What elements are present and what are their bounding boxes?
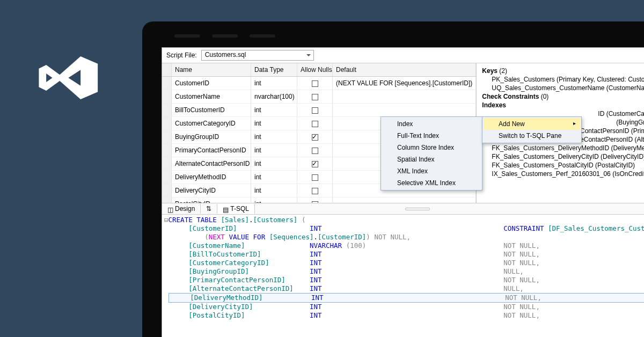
indexes-label: Indexes: [482, 101, 506, 109]
menu-item[interactable]: Full-Text Index: [382, 130, 481, 142]
tab-design-label: Design: [175, 205, 195, 213]
checkbox-icon[interactable]: [312, 161, 318, 167]
table-row[interactable]: CustomerNamenvarchar(100): [162, 90, 476, 104]
menu-item[interactable]: Selective XML Index: [382, 177, 481, 189]
keys-count: (2): [499, 67, 507, 75]
tab-design[interactable]: ◫ Design: [162, 204, 201, 214]
cell-default[interactable]: [333, 90, 476, 103]
cell-allownulls[interactable]: [297, 90, 333, 103]
context-menu: Add NewSwitch to T-SQL Pane: [482, 116, 582, 143]
index-type-menu: IndexFull-Text IndexColumn Store IndexSp…: [380, 116, 482, 191]
cell-allownulls[interactable]: [297, 117, 333, 130]
checks-label: Check Constraints: [482, 93, 539, 100]
cell-default[interactable]: [333, 104, 476, 116]
table-row[interactable]: CustomerIDint(NEXT VALUE FOR [Sequences]…: [162, 77, 476, 90]
menu-item[interactable]: Spatial Index: [382, 153, 481, 165]
checkbox-icon[interactable]: [312, 94, 318, 100]
tab-tsql[interactable]: ▤ T-SQL: [217, 204, 255, 214]
cell-allownulls[interactable]: [297, 104, 333, 116]
header-default[interactable]: Default: [333, 63, 476, 76]
cell-name[interactable]: CustomerCategoryID: [172, 117, 251, 130]
cell-default[interactable]: (NEXT VALUE FOR [Sequences].[CustomerID]…: [333, 77, 476, 90]
cell-default[interactable]: [333, 197, 476, 203]
checkbox-icon[interactable]: [312, 80, 318, 87]
script-file-label: Script File:: [166, 52, 197, 59]
index-item[interactable]: IX_Sales_Customers_Perf_20160301_06 (IsO…: [482, 170, 644, 178]
checks-count: (0): [541, 93, 549, 100]
tab-swap[interactable]: ⇅: [201, 204, 217, 214]
menu-item[interactable]: Index: [382, 118, 481, 130]
swap-icon: ⇅: [206, 205, 211, 213]
checkbox-icon[interactable]: [312, 107, 318, 114]
tab-strip: ◫ Design ⇅ ▤ T-SQL: [162, 203, 644, 215]
cell-name[interactable]: CustomerName: [172, 90, 251, 103]
cell-allownulls[interactable]: [297, 184, 333, 197]
grid-header: Name Data Type Allow Nulls Default: [162, 63, 476, 77]
cell-datatype[interactable]: nvarchar(100): [251, 90, 297, 103]
app-window: Script File: Customers.sql Name Data Typ…: [162, 47, 644, 337]
keys-label: Keys: [482, 67, 497, 75]
cell-name[interactable]: DeliveryCityID: [172, 184, 251, 197]
cell-datatype[interactable]: int: [251, 117, 297, 130]
visual-studio-logo-icon: [35, 56, 99, 99]
cell-name[interactable]: PostalCityID: [172, 197, 251, 203]
table-row[interactable]: PostalCityIDint: [162, 197, 476, 203]
cell-allownulls[interactable]: [297, 171, 333, 184]
design-icon: ◫: [167, 206, 173, 211]
sql-icon: ▤: [223, 206, 228, 211]
menu-item[interactable]: XML Index: [382, 165, 481, 177]
header-datatype[interactable]: Data Type: [251, 63, 297, 76]
script-file-row: Script File: Customers.sql: [162, 48, 644, 63]
menu-item[interactable]: Column Store Index: [382, 142, 481, 153]
tab-tsql-label: T-SQL: [230, 205, 249, 213]
pane-handle-icon[interactable]: [405, 208, 430, 210]
index-item[interactable]: FK_Sales_Customers_DeliveryCityID (Deliv…: [482, 152, 644, 161]
header-allownulls[interactable]: Allow Nulls: [297, 63, 333, 76]
checkbox-icon[interactable]: [312, 134, 318, 141]
cell-allownulls[interactable]: [297, 197, 333, 203]
cell-allownulls[interactable]: [297, 77, 333, 90]
checkbox-icon[interactable]: [312, 174, 318, 181]
table-row[interactable]: BillToCustomerIDint: [162, 104, 476, 117]
cell-allownulls[interactable]: [297, 144, 333, 157]
cell-name[interactable]: PrimaryContactPersonID: [172, 144, 251, 157]
cell-datatype[interactable]: int: [251, 104, 297, 116]
checkbox-icon[interactable]: [312, 188, 318, 194]
cell-name[interactable]: BillToCustomerID: [172, 104, 251, 116]
script-file-combo[interactable]: Customers.sql: [201, 50, 314, 61]
tsql-editor[interactable]: ⊟CREATE TABLE [Sales].[Customers] ( [Cus…: [162, 215, 644, 321]
cell-datatype[interactable]: int: [251, 184, 297, 197]
cell-datatype[interactable]: int: [251, 197, 297, 203]
index-item[interactable]: FK_Sales_Customers_DeliveryMethodID (Del…: [482, 144, 644, 152]
cell-allownulls[interactable]: [297, 130, 333, 143]
cell-datatype[interactable]: int: [251, 130, 297, 143]
key-item[interactable]: UQ_Sales_Customers_CustomerName (Custome…: [482, 84, 644, 92]
cell-datatype[interactable]: int: [251, 77, 297, 90]
checkbox-icon[interactable]: [312, 121, 318, 127]
checkbox-icon[interactable]: [312, 148, 318, 154]
cell-name[interactable]: BuyingGroupID: [172, 130, 251, 143]
menu-item-switch-tsql[interactable]: Switch to T-SQL Pane: [484, 130, 580, 142]
cell-name[interactable]: AlternateContactPersonID: [172, 157, 251, 170]
cell-datatype[interactable]: int: [251, 157, 297, 170]
laptop-frame: Script File: Customers.sql Name Data Typ…: [142, 21, 644, 337]
menu-item-add-new[interactable]: Add New: [484, 118, 580, 130]
cell-name[interactable]: CustomerID: [172, 77, 251, 90]
key-item[interactable]: PK_Sales_Customers (Primary Key, Cluster…: [482, 75, 644, 84]
cell-datatype[interactable]: int: [251, 171, 297, 184]
cell-name[interactable]: DeliveryMethodID: [172, 171, 251, 184]
header-name[interactable]: Name: [172, 63, 251, 76]
cell-datatype[interactable]: int: [251, 144, 297, 157]
cell-allownulls[interactable]: [297, 157, 333, 170]
index-item[interactable]: FK_Sales_Customers_PostalCityID (PostalC…: [482, 161, 644, 170]
